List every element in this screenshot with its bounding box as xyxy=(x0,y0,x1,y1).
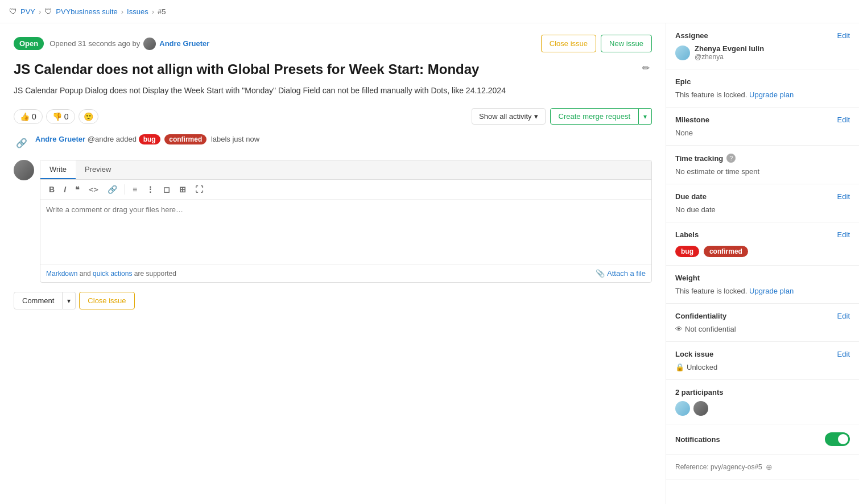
create-merge-request-arrow-button[interactable]: ▾ xyxy=(639,108,652,125)
toolbar-ol-button[interactable]: ⋮ xyxy=(143,183,157,196)
create-merge-request-button[interactable]: Create merge request xyxy=(550,108,639,125)
activity-link-icon: 🔗 xyxy=(14,135,30,151)
markdown-link[interactable]: Markdown xyxy=(46,270,77,278)
attach-file-button[interactable]: 📎 Attach a file xyxy=(596,269,646,278)
breadcrumb-sep-3: › xyxy=(152,7,154,16)
milestone-edit-link[interactable]: Edit xyxy=(837,115,850,124)
label-confirmed-sidebar: confirmed xyxy=(704,246,748,257)
tab-write[interactable]: Write xyxy=(40,160,76,179)
thumbs-up-button[interactable]: 👍 0 xyxy=(14,109,43,124)
toolbar-quote-button[interactable]: ❝ xyxy=(72,183,82,196)
tab-preview[interactable]: Preview xyxy=(76,160,120,179)
thumbs-down-icon: 👎 xyxy=(52,112,62,121)
toolbar-fullscreen-button[interactable]: ⛶ xyxy=(192,183,206,196)
assignee-avatar xyxy=(675,46,690,60)
breadcrumb-icon-pvy: 🛡 xyxy=(9,7,17,16)
show-all-activity-button[interactable]: Show all activity ▾ xyxy=(472,108,545,125)
thumbs-up-icon: 👍 xyxy=(20,112,30,121)
label-bug-sidebar: bug xyxy=(675,246,699,257)
due-date-title: Due date xyxy=(675,192,707,201)
participant-avatar-2 xyxy=(693,401,708,416)
lock-issue-value: 🔒 Unlocked xyxy=(675,363,850,371)
thumbs-down-button[interactable]: 👎 0 xyxy=(46,109,75,124)
assignee-name: Zhenya Evgeni Iulin xyxy=(695,44,764,53)
activity-text: Andre Grueter @andre added bug confirmed… xyxy=(35,134,259,145)
label-confirmed-badge: confirmed xyxy=(164,134,207,144)
sidebar-reference-section: Reference: pvy/agency-os#5 ⊕ xyxy=(666,455,859,480)
lock-issue-title: Lock issue xyxy=(675,350,713,358)
show-activity-chevron-icon: ▾ xyxy=(534,112,538,121)
lock-issue-edit-link[interactable]: Edit xyxy=(837,350,850,358)
event-user: Andre Grueter xyxy=(35,135,85,143)
thumbs-down-count: 0 xyxy=(64,112,69,121)
show-activity-label: Show all activity xyxy=(479,112,531,121)
weight-locked-text: This feature is locked. Upgrade plan xyxy=(675,287,850,295)
breadcrumb-sep-2: › xyxy=(121,7,123,16)
comment-toolbar: B I ❝ <> 🔗 ≡ ⋮ ◻ ⊞ ⛶ xyxy=(40,180,651,200)
comment-button[interactable]: Comment xyxy=(14,292,63,309)
breadcrumb-pvy[interactable]: PVY xyxy=(20,7,35,16)
breadcrumb: 🛡 PVY › 🛡 PVYbusiness suite › Issues › #… xyxy=(0,0,859,23)
sidebar-epic-section: Epic This feature is locked. Upgrade pla… xyxy=(666,69,859,108)
participants-title: 2 participants xyxy=(675,388,724,396)
notifications-toggle[interactable] xyxy=(825,432,850,446)
attach-icon: 📎 xyxy=(596,269,605,278)
author-avatar xyxy=(143,38,156,50)
participant-avatar-1 xyxy=(675,401,690,416)
toolbar-code-button[interactable]: <> xyxy=(86,183,101,196)
sidebar-milestone-section: Milestone Edit None xyxy=(666,108,859,146)
comment-textarea[interactable] xyxy=(40,200,651,262)
toolbar-italic-button[interactable]: I xyxy=(61,183,69,196)
label-bug-badge: bug xyxy=(139,134,160,144)
epic-locked-text: This feature is locked. Upgrade plan xyxy=(675,90,850,99)
breadcrumb-icon-suite: 🛡 xyxy=(44,7,52,16)
confidentiality-icon: 👁 xyxy=(675,325,683,333)
toolbar-bold-button[interactable]: B xyxy=(46,183,57,196)
reference-text: Reference: pvy/agency-os#5 xyxy=(675,463,762,471)
notifications-title: Notifications xyxy=(675,435,720,444)
comment-editor: Write Preview B I ❝ <> 🔗 ≡ ⋮ ◻ ⊞ ⛶ xyxy=(40,160,652,283)
quick-actions-link[interactable]: quick actions xyxy=(93,270,132,278)
sidebar-time-tracking-section: Time tracking ? No estimate or time spen… xyxy=(666,146,859,184)
commenter-avatar xyxy=(14,160,34,180)
toolbar-blockquote-button[interactable]: ◻ xyxy=(160,183,173,196)
breadcrumb-sep-1: › xyxy=(39,7,41,16)
breadcrumb-issue-number: #5 xyxy=(158,7,166,16)
confidentiality-edit-link[interactable]: Edit xyxy=(837,312,850,320)
close-issue-bottom-button[interactable]: Close issue xyxy=(79,292,134,309)
thumbs-up-count: 0 xyxy=(32,112,36,121)
issue-description: JS Calendar Popup Dialog does not Displa… xyxy=(14,85,652,97)
milestone-value: None xyxy=(675,129,850,137)
confidentiality-title: Confidentiality xyxy=(675,312,726,320)
breadcrumb-suite[interactable]: PVYbusiness suite xyxy=(56,7,117,16)
sidebar-due-date-section: Due date Edit No due date xyxy=(666,184,859,222)
edit-title-button[interactable]: ✏ xyxy=(640,60,652,76)
comment-arrow-button[interactable]: ▾ xyxy=(63,292,76,309)
issue-meta: Opened 31 seconds ago by Andre Grueter xyxy=(49,38,209,50)
time-tracking-value: No estimate or time spent xyxy=(675,167,850,176)
epic-title: Epic xyxy=(675,77,691,86)
weight-upgrade-link[interactable]: Upgrade plan xyxy=(749,287,794,295)
labels-edit-link[interactable]: Edit xyxy=(837,230,850,239)
sidebar: Assignee Edit Zhenya Evgeni Iulin @zheny… xyxy=(666,23,859,504)
issue-status-badge: Open xyxy=(14,37,44,50)
toolbar-link-button[interactable]: 🔗 xyxy=(105,183,120,196)
time-tracking-help-icon[interactable]: ? xyxy=(726,154,736,163)
assignee-edit-link[interactable]: Edit xyxy=(837,31,850,40)
new-issue-button[interactable]: New issue xyxy=(601,35,652,52)
epic-upgrade-link[interactable]: Upgrade plan xyxy=(749,90,794,99)
confidentiality-value: 👁 Not confidential xyxy=(675,325,850,333)
sidebar-notifications-section: Notifications xyxy=(666,424,859,455)
sidebar-participants-section: 2 participants xyxy=(666,380,859,424)
issue-author: Andre Grueter xyxy=(159,39,209,48)
emoji-smiley-button[interactable]: 🙂 xyxy=(79,109,98,124)
close-issue-header-button[interactable]: Close issue xyxy=(541,35,596,52)
sidebar-confidentiality-section: Confidentiality Edit 👁 Not confidential xyxy=(666,304,859,342)
weight-title: Weight xyxy=(675,274,700,282)
assignee-title: Assignee xyxy=(675,31,708,40)
due-date-edit-link[interactable]: Edit xyxy=(837,192,850,201)
breadcrumb-issues[interactable]: Issues xyxy=(127,7,148,16)
reference-copy-icon[interactable]: ⊕ xyxy=(766,462,773,472)
toolbar-ul-button[interactable]: ≡ xyxy=(130,183,140,196)
toolbar-table-button[interactable]: ⊞ xyxy=(176,183,189,196)
